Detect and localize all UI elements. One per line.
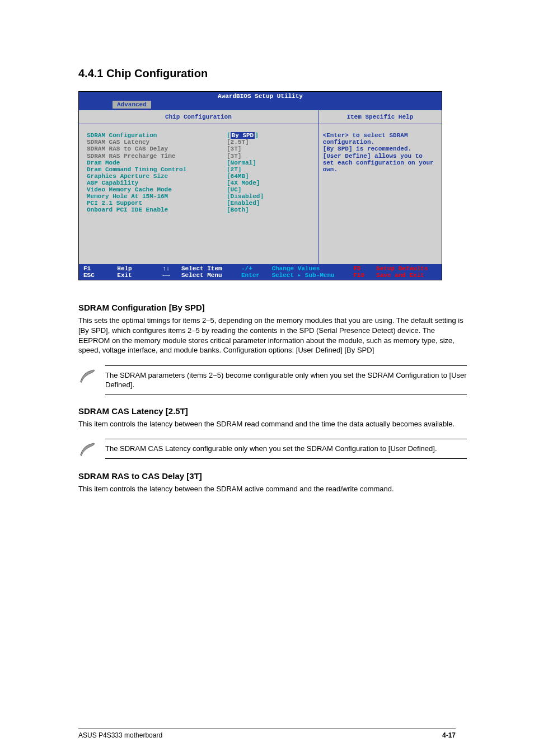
- select-menu-label: Select Menu: [181, 272, 241, 279]
- cas-latency-title: SDRAM CAS Latency [2.5T]: [78, 406, 467, 416]
- bios-setting-label: Dram Mode: [87, 159, 227, 166]
- bios-setting-label: Memory Hole At 15M-16M: [87, 193, 227, 200]
- bios-setting-value: [2T]: [227, 166, 241, 173]
- bios-setting-label: PCI 2.1 Support: [87, 200, 227, 206]
- bios-col-left-header: Chip Configuration: [79, 110, 318, 124]
- save-exit-label: Save and Exit: [376, 272, 437, 279]
- f5-key: F5: [353, 265, 376, 272]
- updown-icon: ↑↓: [151, 265, 181, 272]
- note-block-1: The SDRAM parameters (items 2~5) become …: [78, 365, 467, 395]
- footer-left: ASUS P4S333 motherboard: [78, 731, 162, 739]
- bios-setting-label: Dram Command Timing Control: [87, 166, 227, 173]
- help-line: [By SPD] is recommended.: [323, 145, 437, 152]
- bios-setting-row[interactable]: AGP Capability[4X Mode]: [87, 180, 312, 186]
- bios-setting-row[interactable]: SDRAM Configuration[By SPD]: [87, 132, 312, 139]
- plusminus-key: -/+: [241, 265, 271, 272]
- page-footer: ASUS P4S333 motherboard 4-17: [78, 729, 456, 739]
- bios-setting-row[interactable]: Video Memory Cache Mode[UC]: [87, 186, 312, 193]
- bios-setting-label: Onboard PCI IDE Enable: [87, 206, 227, 213]
- bios-setting-row[interactable]: Dram Command Timing Control[2T]: [87, 166, 312, 173]
- exit-label: Exit: [117, 272, 151, 279]
- esc-key: ESC: [83, 272, 101, 279]
- bios-title: AwardBIOS Setup Utility: [79, 92, 442, 101]
- note-icon: [78, 368, 97, 387]
- bios-setting-value: [4X Mode]: [227, 180, 260, 186]
- ras-cas-title: SDRAM RAS to CAS Delay [3T]: [78, 471, 467, 481]
- note-1-text: The SDRAM parameters (items 2~5) become …: [105, 365, 467, 395]
- bios-help-panel: <Enter> to select SDRAM configuration.[B…: [318, 124, 442, 264]
- f1-key: F1: [83, 265, 101, 272]
- bios-setting-label: SDRAM RAS Precharge Time: [87, 153, 227, 159]
- bios-setting-value: [Disabled]: [227, 193, 264, 200]
- bios-setting-row[interactable]: Onboard PCI IDE Enable[Both]: [87, 206, 312, 213]
- help-label: Help: [117, 265, 151, 272]
- page-heading: 4.4.1 Chip Configuration: [78, 67, 467, 80]
- bios-setting-value: [By SPD]: [227, 132, 259, 139]
- note-2-text: The SDRAM CAS Latency configurable only …: [105, 439, 467, 459]
- bios-setting-label: SDRAM CAS Latency: [87, 139, 227, 145]
- sdram-config-body: This sets the optimal timings for items …: [78, 316, 467, 355]
- bios-tabrow: Advanced: [79, 101, 442, 110]
- bios-col-right-header: Item Specific Help: [318, 110, 442, 124]
- bios-setting-label: SDRAM Configuration: [87, 132, 227, 139]
- bios-setting-row[interactable]: Graphics Aperture Size[64MB]: [87, 173, 312, 180]
- select-item-label: Select Item: [181, 265, 241, 272]
- bios-tab-advanced[interactable]: Advanced: [113, 101, 151, 109]
- bios-setting-label: SDRAM RAS to CAS Delay: [87, 145, 227, 152]
- bios-setting-value: [Both]: [227, 206, 249, 213]
- bios-setting-row[interactable]: Dram Mode[Normal]: [87, 159, 312, 166]
- bios-setting-row[interactable]: Memory Hole At 15M-16M[Disabled]: [87, 193, 312, 200]
- ras-cas-body: This item controls the latency between t…: [78, 484, 467, 494]
- bios-setting-value: [Normal]: [227, 159, 256, 166]
- bios-setting-value: [UC]: [227, 186, 241, 193]
- help-line: [User Define] allows you to set each con…: [323, 153, 437, 173]
- bios-setting-value: [2.5T]: [227, 139, 249, 145]
- bios-screenshot: AwardBIOS Setup Utility Advanced Chip Co…: [78, 91, 442, 280]
- bios-setting-label: Video Memory Cache Mode: [87, 186, 227, 193]
- enter-key: Enter: [241, 272, 271, 279]
- bios-setting-label: AGP Capability: [87, 180, 227, 186]
- sdram-config-title: SDRAM Configuration [By SPD]: [78, 303, 467, 312]
- bios-setting-label: Graphics Aperture Size: [87, 173, 227, 180]
- note-icon: [78, 441, 97, 460]
- bios-setting-row[interactable]: SDRAM CAS Latency[2.5T]: [87, 139, 312, 145]
- f10-key: F10: [353, 272, 376, 279]
- bios-setting-row[interactable]: SDRAM RAS to CAS Delay[3T]: [87, 145, 312, 152]
- footer-right: 4-17: [442, 731, 456, 739]
- leftright-icon: ←→: [151, 272, 181, 279]
- select-submenu-label: Select ▸ Sub-Menu: [271, 272, 353, 279]
- bios-setting-row[interactable]: SDRAM RAS Precharge Time[3T]: [87, 153, 312, 159]
- note-block-2: The SDRAM CAS Latency configurable only …: [78, 439, 467, 460]
- bios-setting-value: [Enabled]: [227, 200, 260, 206]
- setup-defaults-label: Setup Defaults: [376, 265, 437, 272]
- bios-settings-list: SDRAM Configuration[By SPD]SDRAM CAS Lat…: [79, 124, 318, 264]
- bios-setting-value: [3T]: [227, 153, 241, 159]
- bios-setting-value: [64MB]: [227, 173, 249, 180]
- bios-setting-value: [3T]: [227, 145, 241, 152]
- cas-latency-body: This item controls the latency between t…: [78, 419, 467, 429]
- bios-footer: F1 ESC Help Exit ↑↓ ←→ Select Item Selec…: [79, 264, 442, 280]
- bios-column-headers: Chip Configuration Item Specific Help: [79, 110, 442, 124]
- bios-setting-row[interactable]: PCI 2.1 Support[Enabled]: [87, 200, 312, 206]
- change-values-label: Change Values: [271, 265, 353, 272]
- help-line: <Enter> to select SDRAM configuration.: [323, 132, 437, 145]
